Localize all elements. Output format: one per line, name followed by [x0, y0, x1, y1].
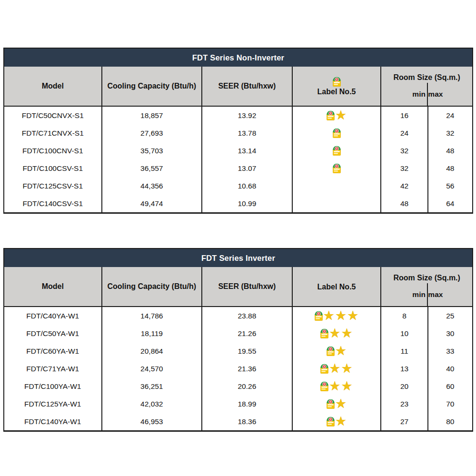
energy-label-no5-icon: 5: [320, 381, 328, 391]
star-icon: ★: [329, 363, 340, 374]
room-min-cell: 32: [380, 159, 427, 177]
svg-text:5: 5: [336, 147, 337, 150]
star-icon: ★: [335, 398, 347, 409]
room-max-cell: 32: [427, 124, 472, 142]
room-min-cell: 16: [380, 107, 427, 124]
star-icon: ★: [329, 380, 340, 392]
table-row: FDT/C71CNVX-S127,69313.78 5 2432: [4, 124, 472, 142]
star-icon: ★: [335, 109, 347, 121]
cooling-capacity-cell: 35,703: [101, 142, 202, 159]
room-max-cell: 25: [427, 307, 472, 325]
table-row: FDT/C50CNVX-S118,85713.92 5 ★1624: [4, 107, 472, 124]
cooling-capacity-cell: 36,251: [101, 377, 202, 395]
cooling-capacity-cell: 46,953: [101, 413, 202, 430]
column-header-label-no5: 5 Label No.5: [292, 67, 381, 106]
energy-label-no5-icon: 5: [320, 364, 328, 374]
energy-label-icon-slot: 5: [333, 77, 341, 87]
model-cell: FDT/C71CNVX-S1: [4, 124, 101, 142]
star-icon: ★: [341, 327, 353, 339]
energy-label-rating: 5 ★★: [320, 363, 352, 374]
energy-label-no5-icon: 5: [333, 163, 341, 173]
room-max-cell: 24: [427, 107, 472, 124]
room-size-subheaders: min max: [411, 283, 443, 306]
non-inverter-table: FDT Series Non-Inverter Model Cooling Ca…: [3, 48, 473, 214]
model-cell: FDT/C71YA-W1: [4, 360, 101, 377]
svg-text:5: 5: [330, 400, 331, 403]
table-row: FDT/C125YA-W142,03218.99 5 ★2370: [4, 395, 472, 413]
energy-label-rating: 5: [333, 163, 341, 173]
cooling-capacity-cell: 36,557: [101, 159, 202, 177]
column-header-room-size: Room Size (Sq.m.) min max: [380, 267, 472, 306]
table-row: FDT/C100CSV-S136,55713.07 5 3248: [4, 159, 472, 177]
energy-label-cell: 5 ★★: [292, 325, 381, 342]
cooling-capacity-cell: 18,857: [101, 107, 202, 124]
svg-text:5: 5: [318, 312, 319, 315]
seer-cell: 13.78: [201, 124, 292, 142]
model-cell: FDT/C125YA-W1: [4, 395, 101, 413]
svg-text:5: 5: [336, 165, 337, 168]
energy-label-no5-icon: 5: [327, 416, 335, 426]
room-size-subheaders: min max: [411, 83, 443, 106]
room-max-cell: 48: [427, 159, 472, 177]
star-icon: ★: [329, 327, 340, 339]
label-no5-text: Label No.5: [317, 88, 356, 96]
room-min-cell: 24: [380, 124, 427, 142]
table-body: FDT/C50CNVX-S118,85713.92 5 ★1624FDT/C71…: [4, 107, 472, 212]
table-row: FDT/C50YA-W118,11921.26 5 ★★1030: [4, 325, 472, 342]
seer-cell: 20.26: [201, 377, 292, 395]
cooling-capacity-cell: 18,119: [101, 325, 202, 342]
energy-label-cell: 5: [292, 124, 381, 142]
cooling-capacity-cell: 24,570: [101, 360, 202, 377]
table-row: FDT/C100YA-W136,25120.26 5 ★★2060: [4, 377, 472, 395]
table-title: FDT Series Non-Inverter: [4, 49, 472, 67]
energy-label-cell: [292, 177, 381, 195]
star-icon: ★: [335, 310, 347, 321]
room-size-title: Room Size (Sq.m.): [393, 67, 460, 83]
seer-cell: 13.14: [201, 142, 292, 159]
energy-label-rating: 5 ★★: [320, 327, 352, 339]
column-header-cooling-capacity: Cooling Capacity (Btu/h): [101, 267, 202, 306]
svg-text:5: 5: [330, 347, 331, 350]
energy-label-cell: 5: [292, 159, 381, 177]
energy-label-cell: [292, 195, 381, 212]
column-header-min: min: [411, 83, 427, 106]
table-row: FDT/C125CSV-S144,35610.684256: [4, 177, 472, 195]
column-header-cooling-capacity: Cooling Capacity (Btu/h): [101, 67, 202, 106]
room-max-cell: 30: [427, 325, 472, 342]
svg-text:5: 5: [324, 365, 325, 368]
table-row: FDT/C140CSV-S149,47410.994864: [4, 195, 472, 212]
energy-label-no5-icon: 5: [327, 346, 335, 356]
energy-label-cell: 5 ★: [292, 413, 381, 430]
energy-label-no5-icon: 5: [333, 77, 341, 87]
table-header-row: Model Cooling Capacity (Btu/h) SEER (Btu…: [4, 267, 472, 307]
energy-label-no5-icon: 5: [327, 110, 335, 120]
model-cell: FDT/C140CSV-S1: [4, 195, 101, 212]
seer-cell: 18.99: [201, 395, 292, 413]
column-header-seer: SEER (Btu/hxw): [201, 67, 292, 106]
table-row: FDT/C71YA-W124,57021.36 5 ★★1340: [4, 360, 472, 377]
energy-label-rating: 5: [333, 146, 341, 156]
svg-text:5: 5: [324, 330, 325, 333]
star-icon: ★: [335, 416, 347, 427]
table-row: FDT/C60YA-W120,86419.55 5 ★1133: [4, 342, 472, 360]
svg-text:5: 5: [330, 418, 331, 421]
energy-label-no5-icon: 5: [315, 311, 323, 321]
cooling-capacity-cell: 14,786: [101, 307, 202, 325]
room-max-cell: 56: [427, 177, 472, 195]
room-min-cell: 42: [380, 177, 427, 195]
spec-sheet: FDT Series Non-Inverter Model Cooling Ca…: [0, 0, 476, 432]
svg-text:5: 5: [336, 129, 337, 132]
seer-cell: 13.92: [201, 107, 292, 124]
seer-cell: 10.68: [201, 177, 292, 195]
model-cell: FDT/C50YA-W1: [4, 325, 101, 342]
cooling-capacity-cell: 42,032: [101, 395, 202, 413]
energy-label-cell: 5 ★: [292, 107, 381, 124]
energy-label-cell: 5 ★: [292, 395, 381, 413]
room-min-cell: 13: [380, 360, 427, 377]
room-min-cell: 48: [380, 195, 427, 212]
room-max-cell: 60: [427, 377, 472, 395]
cooling-capacity-cell: 49,474: [101, 195, 202, 212]
cooling-capacity-cell: 44,356: [101, 177, 202, 195]
room-min-cell: 27: [380, 413, 427, 430]
cooling-capacity-cell: 20,864: [101, 342, 202, 360]
